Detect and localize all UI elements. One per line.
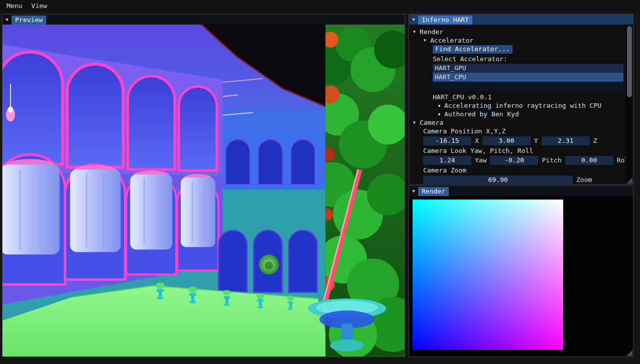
camera-position-z-field[interactable]: 2.31: [542, 136, 590, 145]
render-output: [413, 200, 563, 350]
select-accelerator-label: Select Accelerator:: [433, 55, 626, 63]
camera-look-row: 1.24 Yaw -0.20 Pitch 0.00 Roll: [423, 155, 626, 165]
accelerator-version-text-value: HART_CPU v0.0.1: [433, 93, 491, 101]
preview-title-tab[interactable]: Preview: [12, 16, 46, 25]
scrollbar[interactable]: [626, 25, 633, 184]
inspector-window: ▼ Inferno HART ▼ Render ▼ Accelerator Fi…: [409, 14, 633, 185]
field-value: 3.00: [498, 137, 514, 144]
camera-position-row: -16.15 X 3.00 Y 2.31 Z: [423, 136, 626, 145]
resize-grip[interactable]: [626, 350, 632, 356]
chevron-down-icon: ▼: [413, 120, 420, 125]
bullet-icon: [438, 113, 440, 115]
camera-yaw-field[interactable]: 1.24: [423, 156, 471, 165]
inspector-content: ▼ Render ▼ Accelerator Find Accelerator.…: [409, 25, 626, 184]
preview-window: ▼ Preview: [2, 14, 405, 357]
tree-node-camera[interactable]: ▼ Camera: [413, 118, 626, 127]
camera-zoom-row: 69.90 Zoom: [423, 175, 626, 184]
field-value: 0.00: [581, 156, 597, 164]
tree-node-accelerator[interactable]: ▼ Accelerator: [424, 36, 626, 45]
field-value: 1.24: [439, 156, 455, 164]
menu-item-menu[interactable]: Menu: [2, 1, 27, 11]
tree-node-camera-label: Camera: [420, 119, 443, 126]
preview-title-bar: ▼ Preview: [3, 15, 405, 25]
tree-node-render-label: Render: [420, 28, 443, 36]
chevron-down-icon: ▼: [413, 30, 420, 34]
camera-position-x-label: X: [475, 137, 479, 144]
render-title-tab[interactable]: Render: [418, 187, 449, 196]
scrollbar-thumb[interactable]: [627, 26, 632, 97]
accelerator-listbox[interactable]: HART_GPU HART_CPU: [433, 64, 623, 91]
camera-pitch-field[interactable]: -0.20: [490, 156, 538, 165]
collapse-arrow-icon[interactable]: ▼: [409, 189, 418, 194]
inspector-title-bar: ▼ Inferno HART: [409, 15, 633, 25]
camera-yaw-label: Yaw: [475, 156, 486, 164]
bullet-text: Authored by Ben Kyd: [444, 110, 519, 118]
tree-node-accelerator-label: Accelerator: [430, 37, 473, 44]
field-value: 2.31: [558, 137, 573, 144]
chevron-down-icon: ▼: [424, 38, 430, 43]
camera-look-label: Camera Look Yaw, Pitch, Roll: [423, 146, 626, 155]
menu-bar: Menu View: [0, 0, 640, 11]
camera-pitch-label: Pitch: [542, 156, 561, 164]
preview-render-viewport[interactable]: [3, 25, 405, 356]
menu-item-view[interactable]: View: [27, 1, 51, 11]
camera-zoom-field-label: Zoom: [576, 176, 592, 184]
collapse-arrow-icon[interactable]: ▼: [409, 17, 418, 22]
preview-render-image: [3, 25, 405, 356]
bullet-text: Accelerating inferno raytracing with CPU: [444, 102, 601, 109]
bullet-icon: [438, 105, 440, 107]
camera-roll-field[interactable]: 0.00: [565, 156, 613, 165]
select-accelerator-label-text: Select Accelerator:: [433, 55, 507, 63]
camera-zoom-label: Camera Zoom: [423, 166, 626, 174]
accelerator-option-hart-gpu[interactable]: HART_GPU: [433, 64, 623, 73]
render-window: ▼ Render: [409, 186, 633, 357]
camera-position-y-field[interactable]: 3.00: [482, 136, 531, 145]
inspector-title-tab[interactable]: Inferno HART: [418, 16, 472, 25]
accelerator-bullet-item: Accelerating inferno raytracing with CPU: [433, 101, 626, 110]
camera-position-label-text: Camera Position X,Y,Z: [423, 127, 505, 135]
resize-grip[interactable]: [626, 177, 632, 184]
app-root: Menu View ▼ Preview: [0, 0, 640, 364]
render-content: [409, 196, 633, 356]
render-title-bar: ▼ Render: [409, 186, 633, 196]
collapse-arrow-icon[interactable]: ▼: [3, 17, 12, 22]
camera-zoom-field[interactable]: 69.90: [423, 175, 573, 185]
camera-position-z-label: Z: [593, 137, 597, 144]
camera-position-y-label: Y: [534, 137, 538, 144]
field-value: -0.20: [504, 156, 524, 164]
camera-position-x-field[interactable]: -16.15: [423, 136, 471, 145]
find-accelerator-button[interactable]: Find Accelerator...: [433, 45, 513, 54]
camera-roll-label: Roll: [617, 156, 626, 164]
camera-zoom-label-text: Camera Zoom: [423, 166, 466, 174]
accelerator-bullet-item: Authored by Ben Kyd: [433, 110, 626, 118]
camera-look-label-text: Camera Look Yaw, Pitch, Roll: [423, 147, 533, 154]
accelerator-option-hart-cpu[interactable]: HART_CPU: [433, 73, 623, 82]
field-value: -16.15: [436, 137, 459, 144]
camera-position-label: Camera Position X,Y,Z: [423, 127, 626, 135]
accelerator-version-text: HART_CPU v0.0.1: [433, 93, 626, 101]
tree-node-render[interactable]: ▼ Render: [413, 28, 626, 36]
field-value: 69.90: [488, 176, 507, 184]
